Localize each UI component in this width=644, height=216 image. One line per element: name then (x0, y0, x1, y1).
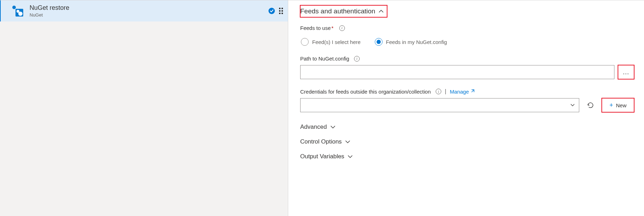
section-title: Feeds and authentication (300, 7, 375, 15)
manage-link[interactable]: Manage (450, 89, 475, 95)
chevron-down-icon (348, 153, 353, 160)
credentials-select[interactable] (300, 98, 579, 112)
nuget-icon (11, 4, 25, 18)
required-asterisk: * (332, 25, 334, 31)
radio-feeds-select-here[interactable]: Feed(s) I select here (301, 38, 361, 46)
svg-point-3 (269, 8, 275, 14)
chevron-down-icon (570, 103, 575, 108)
task-list-panel: NuGet restore NuGet (0, 0, 288, 216)
control-options-title: Control Options (300, 138, 342, 145)
refresh-button[interactable] (583, 98, 598, 112)
new-button[interactable]: + New (602, 98, 634, 112)
task-settings-panel: Feeds and authentication Feeds to use* i… (288, 0, 644, 216)
task-right-controls (269, 8, 283, 14)
svg-point-0 (12, 6, 16, 9)
task-item-nuget-restore[interactable]: NuGet restore NuGet (0, 0, 288, 21)
radio-label: Feeds in my NuGet.config (386, 39, 447, 45)
chevron-down-icon (345, 139, 350, 145)
path-input-row: ... (300, 65, 634, 79)
radio-label: Feed(s) I select here (312, 39, 361, 45)
section-header-feeds-auth[interactable]: Feeds and authentication (300, 5, 387, 17)
chevron-down-icon (330, 124, 335, 130)
credentials-select-row: + New (300, 98, 634, 112)
svg-point-2 (18, 12, 23, 16)
feeds-radio-group: Feed(s) I select here Feeds in my NuGet.… (300, 38, 634, 46)
radio-feeds-nuget-config[interactable]: Feeds in my NuGet.config (375, 38, 447, 46)
manage-link-text: Manage (450, 89, 469, 95)
info-icon[interactable]: i (436, 89, 441, 94)
advanced-title: Advanced (300, 123, 327, 131)
task-title: NuGet restore (30, 4, 269, 12)
task-subtitle: NuGet (30, 12, 269, 18)
plus-icon: + (610, 102, 613, 109)
section-header-advanced[interactable]: Advanced (300, 123, 335, 131)
info-icon[interactable]: i (339, 25, 345, 31)
info-icon[interactable]: i (354, 56, 360, 62)
path-label: Path to NuGet.config (300, 56, 349, 62)
divider: | (445, 88, 446, 95)
feeds-to-use-label-row: Feeds to use* i (300, 25, 634, 31)
refresh-icon (587, 102, 594, 109)
section-header-control-options[interactable]: Control Options (300, 138, 350, 145)
credentials-label-row: Credentials for feeds outside this organ… (300, 88, 634, 95)
credentials-label: Credentials for feeds outside this organ… (300, 89, 431, 95)
output-variables-title: Output Variables (300, 153, 344, 160)
feeds-to-use-label: Feeds to use* (300, 25, 334, 31)
success-check-icon (269, 8, 275, 14)
task-text-group: NuGet restore NuGet (30, 4, 269, 18)
drag-handle-icon[interactable] (279, 8, 283, 14)
feeds-to-use-text: Feeds to use (300, 25, 331, 31)
path-label-row: Path to NuGet.config i (300, 56, 634, 62)
path-input[interactable] (300, 65, 614, 79)
external-link-icon (471, 89, 475, 94)
chevron-up-icon (379, 8, 384, 14)
new-button-label: New (616, 102, 626, 108)
radio-circle-icon (301, 38, 309, 46)
radio-circle-selected-icon (375, 38, 383, 46)
section-header-output-variables[interactable]: Output Variables (300, 153, 353, 160)
browse-button[interactable]: ... (618, 65, 634, 79)
